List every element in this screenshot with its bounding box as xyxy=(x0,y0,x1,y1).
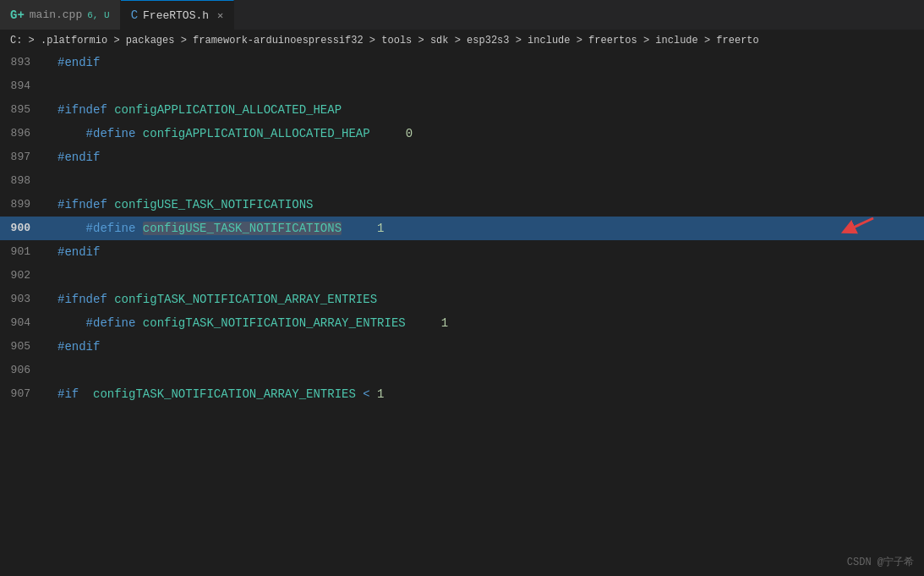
line-num-899: 899 xyxy=(0,193,44,217)
line-num-898: 898 xyxy=(0,169,44,193)
line-num-905: 905 xyxy=(0,335,44,359)
line-content-907: #if configTASK_NOTIFICATION_ARRAY_ENTRIE… xyxy=(49,382,924,406)
line-content-897: #endif xyxy=(49,145,924,169)
line-content-899: #ifndef configUSE_TASK_NOTIFICATIONS xyxy=(49,193,924,217)
line-num-897: 897 xyxy=(0,145,44,169)
line-num-901: 901 xyxy=(0,240,44,264)
line-num-904: 904 xyxy=(0,311,44,335)
line-num-906: 906 xyxy=(0,359,44,382)
code-line-902: 902 xyxy=(0,264,924,288)
line-content-900: #define configUSE_TASK_NOTIFICATIONS 1 xyxy=(49,217,924,240)
line-num-900: 900 xyxy=(0,217,44,240)
editor[interactable]: 893 #endif 894 895 #ifndef configAPPLICA… xyxy=(0,51,924,576)
line-content-903: #ifndef configTASK_NOTIFICATION_ARRAY_EN… xyxy=(49,288,924,311)
line-content-904: #define configTASK_NOTIFICATION_ARRAY_EN… xyxy=(49,311,924,335)
breadcrumb-text: C: > .platformio > packages > framework-… xyxy=(10,35,759,47)
line-num-902: 902 xyxy=(0,264,44,288)
tab-freertos-h[interactable]: C FreeRTOS.h ✕ xyxy=(121,0,235,30)
code-line-894: 894 xyxy=(0,74,924,98)
line-content-901: #endif xyxy=(49,240,924,264)
line-content-905: #endif xyxy=(49,335,924,359)
line-content-893: #endif xyxy=(49,51,924,74)
line-num-893: 893 xyxy=(0,51,44,74)
breadcrumb: C: > .platformio > packages > framework-… xyxy=(0,30,924,51)
line-num-903: 903 xyxy=(0,288,44,311)
code-line-906: 906 xyxy=(0,359,924,382)
tab-icon-freertos-h: C xyxy=(131,8,138,22)
line-num-895: 895 xyxy=(0,98,44,122)
svg-line-1 xyxy=(848,218,873,230)
tab-label-freertos-h: FreeRTOS.h xyxy=(143,9,209,22)
code-line-907: 907 #if configTASK_NOTIFICATION_ARRAY_EN… xyxy=(0,382,924,406)
code-line-905: 905 #endif xyxy=(0,335,924,359)
line-num-896: 896 xyxy=(0,122,44,145)
code-line-899: 899 #ifndef configUSE_TASK_NOTIFICATIONS xyxy=(0,193,924,217)
code-line-897: 897 #endif xyxy=(0,145,924,169)
tab-close-freertos-h[interactable]: ✕ xyxy=(217,9,223,22)
tab-icon-main-cpp: G+ xyxy=(10,8,25,22)
line-num-894: 894 xyxy=(0,74,44,98)
line-content-896: #define configAPPLICATION_ALLOCATED_HEAP… xyxy=(49,122,924,145)
code-line-901: 901 #endif xyxy=(0,240,924,264)
tab-badge-main-cpp: 6, U xyxy=(87,10,109,20)
tab-bar: G+ main.cpp 6, U C FreeRTOS.h ✕ xyxy=(0,0,924,30)
code-line-900: 900 #define configUSE_TASK_NOTIFICATIONS… xyxy=(0,217,924,240)
code-line-904: 904 #define configTASK_NOTIFICATION_ARRA… xyxy=(0,311,924,335)
tab-main-cpp[interactable]: G+ main.cpp 6, U xyxy=(0,0,121,30)
line-content-895: #ifndef configAPPLICATION_ALLOCATED_HEAP xyxy=(49,98,924,122)
code-line-893: 893 #endif xyxy=(0,51,924,74)
code-line-898: 898 xyxy=(0,169,924,193)
code-line-895: 895 #ifndef configAPPLICATION_ALLOCATED_… xyxy=(0,98,924,122)
code-line-903: 903 #ifndef configTASK_NOTIFICATION_ARRA… xyxy=(0,288,924,311)
watermark-text: CSDN @宁子希 xyxy=(847,557,914,568)
code-line-896: 896 #define configAPPLICATION_ALLOCATED_… xyxy=(0,122,924,145)
tab-label-main-cpp: main.cpp xyxy=(30,8,82,21)
watermark: CSDN @宁子希 xyxy=(847,555,914,569)
line-num-907: 907 xyxy=(0,382,44,406)
